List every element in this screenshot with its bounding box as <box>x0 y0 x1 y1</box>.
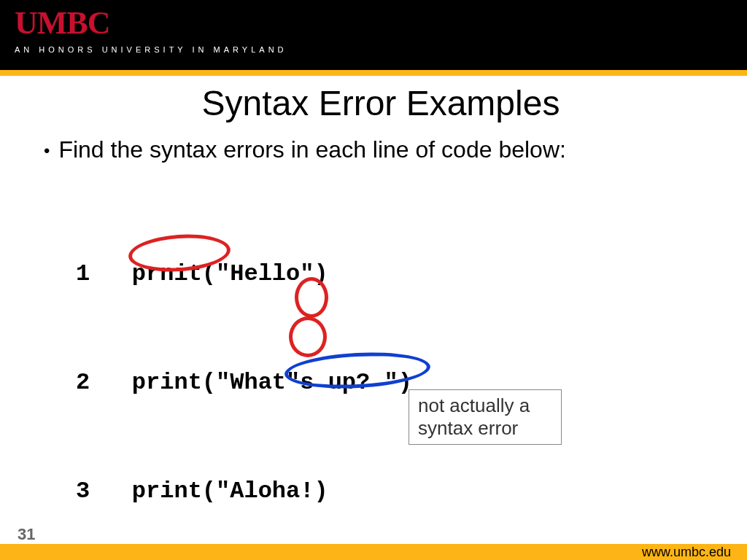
slide-header: UMBC AN HONORS UNIVERSITY IN MARYLAND <box>0 0 747 70</box>
code-line-2: 2 print("What"s up? ") <box>76 365 718 401</box>
bullet-text: Find the syntax errors in each line of c… <box>58 136 565 163</box>
footer-url: www.umbc.edu <box>642 545 731 560</box>
code-block: 1 prnit("Hello") 2 print("What"s up? ") … <box>76 184 718 560</box>
code-line-1: 1 prnit("Hello") <box>76 256 718 292</box>
logo-subtitle: AN HONORS UNIVERSITY IN MARYLAND <box>15 45 732 54</box>
code-line-3: 3 print("Aloha!) <box>76 473 718 510</box>
bullet-icon: • <box>44 141 50 161</box>
slide-number: 31 <box>18 525 35 544</box>
logo-text: UMBC <box>15 7 732 39</box>
callout-box: not actually a syntax error <box>409 389 562 445</box>
slide-title: Syntax Error Examples <box>44 83 718 123</box>
divider-bottom <box>0 544 747 560</box>
divider-top <box>0 70 747 76</box>
slide-content: Syntax Error Examples • Find the syntax … <box>0 76 747 560</box>
bullet-item: • Find the syntax errors in each line of… <box>44 136 718 163</box>
